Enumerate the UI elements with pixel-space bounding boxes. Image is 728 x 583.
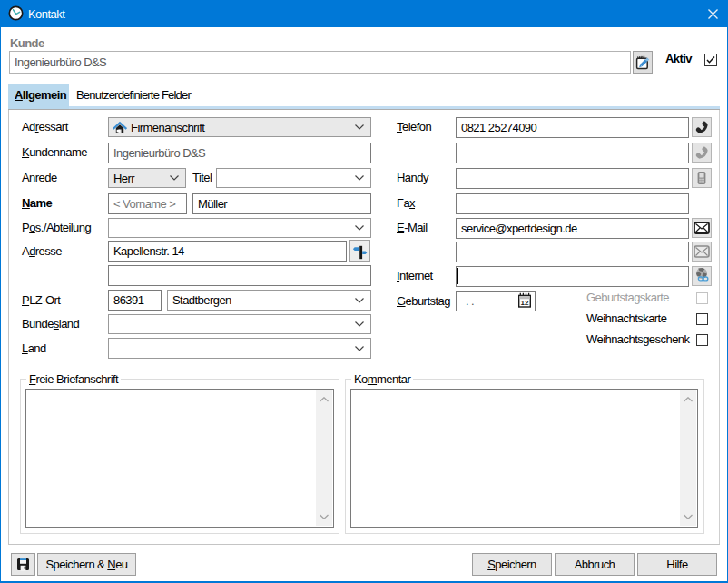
svg-text:12: 12 [521, 299, 529, 307]
